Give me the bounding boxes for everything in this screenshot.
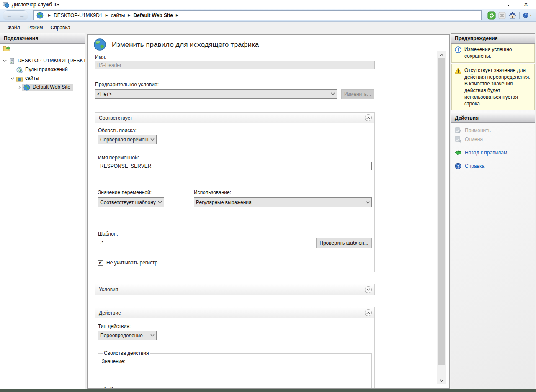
minimize-icon <box>485 6 490 6</box>
collapse-expander-icon[interactable] <box>2 58 7 64</box>
action-type-select[interactable]: Переопределение <box>98 331 157 340</box>
cancel-action: Отмена <box>455 135 532 143</box>
breadcrumb-separator-icon: ▶ <box>176 13 178 17</box>
back-to-rules-action[interactable]: Назад к правилам <box>455 148 532 157</box>
actions-separator <box>455 146 531 146</box>
tree-item-default-web-site[interactable]: Default Web Site <box>0 83 85 92</box>
actions-separator <box>455 159 531 159</box>
alerts-header: Предупреждения <box>451 34 535 44</box>
info-icon <box>455 46 461 53</box>
action-section-header[interactable]: Действие <box>95 307 374 318</box>
collapse-up-icon[interactable] <box>365 114 372 121</box>
restore-button[interactable] <box>497 0 516 9</box>
using-label: Использование: <box>194 190 372 195</box>
using-select[interactable]: Регулярные выражения <box>194 197 372 207</box>
menu-view[interactable]: Режим <box>24 23 47 32</box>
page-header: Изменить правило для исходящего трафика <box>93 38 259 51</box>
action-section-title: Действие <box>99 310 365 316</box>
help-label[interactable]: Справка <box>465 163 484 169</box>
breadcrumb-separator-icon: ▶ <box>106 13 108 17</box>
toolbar-separator <box>519 12 520 19</box>
scroll-up-icon[interactable] <box>437 51 446 58</box>
breadcrumb-separator-icon: ▶ <box>128 13 130 17</box>
help-action[interactable]: ? Справка <box>455 161 532 170</box>
scope-select[interactable]: Серверная переменн <box>98 135 157 144</box>
chevron-down-icon <box>366 201 370 204</box>
match-section: Соответствует Область поиска: Серверная … <box>95 112 375 272</box>
sites-folder-icon <box>16 75 23 82</box>
tree-item-app-pools[interactable]: Пулы приложений <box>0 65 85 74</box>
name-label: Имя: <box>95 54 375 60</box>
scroll-down-icon[interactable] <box>437 377 446 384</box>
tree-item-server[interactable]: DESKTOP-U1MK9D1 (DESKTOP <box>0 56 85 65</box>
action-section-body: Тип действия: Переопределение Свойства д… <box>95 323 374 389</box>
match-section-header[interactable]: Соответствует <box>95 113 374 123</box>
apply-label: Применить <box>465 128 491 133</box>
action-type-label: Тип действия: <box>98 323 372 329</box>
ignore-case-label: Не учитывать регистр <box>106 260 157 266</box>
breadcrumb[interactable]: ▶ DESKTOP-U1MK9D1 ▶ сайты ▶ Default Web … <box>34 10 482 20</box>
help-dropdown-icon: ▼ <box>529 14 532 17</box>
forward-icon[interactable]: → <box>19 13 25 18</box>
menu-file[interactable]: Файл <box>4 23 24 32</box>
tree-item-label[interactable]: Default Web Site <box>32 84 72 91</box>
collapse-up-icon[interactable] <box>365 309 372 316</box>
scrollbar-thumb[interactable] <box>438 58 445 365</box>
menu-bar: Файл Режим Справка <box>0 22 536 33</box>
home-button[interactable] <box>508 11 517 20</box>
precondition-select[interactable]: <Нет> <box>95 89 337 99</box>
replace-checkbox[interactable] <box>102 387 107 389</box>
back-to-rules-label[interactable]: Назад к правилам <box>465 150 507 156</box>
expand-icon[interactable] <box>17 85 22 90</box>
expand-down-icon[interactable] <box>365 286 372 293</box>
breadcrumb-item-server[interactable]: DESKTOP-U1MK9D1 <box>54 13 102 18</box>
window-controls: × <box>478 0 536 9</box>
warning-notice-text: Отсутствует значение для действия переоп… <box>464 67 532 107</box>
svg-text:?: ? <box>457 164 459 168</box>
conditions-section-header[interactable]: Условия <box>95 284 374 295</box>
chevron-down-icon <box>158 201 162 204</box>
back-icon[interactable]: ← <box>6 13 12 18</box>
action-properties-legend: Свойства действия <box>103 350 150 356</box>
breadcrumb-item-sites[interactable]: сайты <box>111 13 125 18</box>
precondition-label: Предварительное условие: <box>95 82 375 87</box>
info-notice: Изменения успешно сохранены. <box>451 44 535 63</box>
close-button[interactable]: × <box>516 0 536 9</box>
tree-item-label[interactable]: DESKTOP-U1MK9D1 (DESKTOP <box>17 57 85 64</box>
app-icon <box>3 1 9 8</box>
conditions-section: Условия <box>95 284 375 295</box>
edit-outbound-rule-panel: Изменить правило для исходящего трафика … <box>87 34 450 389</box>
name-input: IIS-Header <box>95 61 375 69</box>
actions-list: Применить Отмена Назад к правилам <box>451 123 535 173</box>
menu-help[interactable]: Справка <box>47 23 74 32</box>
test-pattern-button[interactable]: Проверить шаблон... <box>316 238 372 248</box>
ignore-case-checkrow[interactable]: Не учитывать регистр <box>98 260 372 266</box>
restore-icon <box>505 3 509 7</box>
tree-item-label[interactable]: Пулы приложений <box>24 66 70 73</box>
tree-item-sites[interactable]: сайты <box>0 74 85 83</box>
help-button[interactable]: ? ▼ <box>523 11 532 20</box>
pattern-input[interactable]: .* <box>98 238 316 247</box>
conditions-section-title: Условия <box>99 287 365 292</box>
refresh-button[interactable] <box>487 11 496 20</box>
help-icon: ? <box>455 163 461 169</box>
replace-checkrow[interactable]: Заменить действующее значение серверной … <box>102 386 368 389</box>
window-bottom-edge <box>0 389 536 392</box>
variable-name-input[interactable]: RESPONSE_SERVER <box>98 162 372 170</box>
home-icon <box>508 11 517 20</box>
refresh-icon <box>487 11 496 20</box>
connections-panel: Подключения <box>0 33 85 389</box>
collapse-expander-icon[interactable] <box>10 76 15 82</box>
breadcrumb-separator-icon: ▶ <box>48 13 51 17</box>
replace-label: Заменить действующее значение серверной … <box>110 386 245 389</box>
minimize-button[interactable] <box>478 0 497 9</box>
vertical-scrollbar[interactable] <box>437 51 446 384</box>
save-connection-button[interactable] <box>2 44 11 53</box>
ignore-case-checkbox[interactable] <box>98 260 103 266</box>
value-input[interactable] <box>102 366 368 375</box>
selected-tree-row[interactable]: Default Web Site <box>22 84 73 91</box>
tree-item-label[interactable]: сайты <box>24 75 41 82</box>
svg-text:?: ? <box>525 13 527 17</box>
breadcrumb-item-current[interactable]: Default Web Site <box>133 13 173 18</box>
variable-value-select[interactable]: Соответствует шаблону <box>98 197 164 207</box>
